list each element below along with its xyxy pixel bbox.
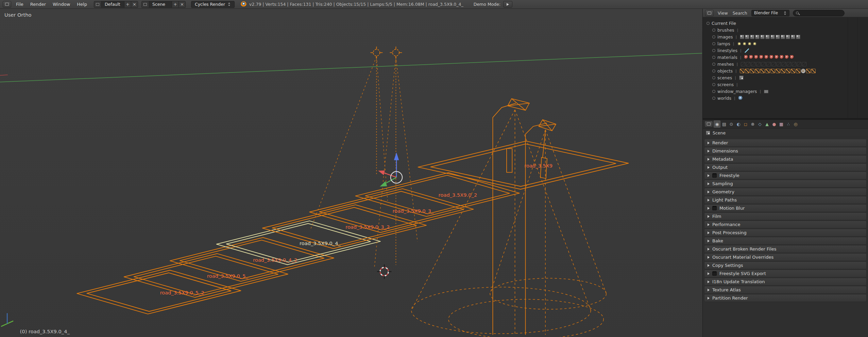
checkbox[interactable] xyxy=(712,173,717,178)
expand-triangle-icon[interactable] xyxy=(708,231,710,234)
demo-play-button[interactable] xyxy=(503,1,512,7)
outliner-menu-search[interactable]: Search xyxy=(732,11,748,16)
expander-icon[interactable] xyxy=(712,63,715,66)
expander-icon[interactable] xyxy=(712,56,715,59)
checkbox[interactable] xyxy=(712,206,717,210)
panel-freestyle[interactable]: Freestyle xyxy=(704,172,867,179)
expander-icon[interactable] xyxy=(712,76,715,79)
panel-texture-atlas[interactable]: Texture Atlas xyxy=(704,286,867,294)
add-layout-button[interactable]: + xyxy=(124,1,131,7)
expand-triangle-icon[interactable] xyxy=(708,297,710,300)
panel-post-processing[interactable]: Post Processing xyxy=(704,229,867,237)
menu-help[interactable]: Help xyxy=(73,0,90,9)
scene-selector[interactable]: Scene + × xyxy=(141,1,186,8)
expander-icon[interactable] xyxy=(712,42,715,45)
outliner-row-brushes[interactable]: brushes| xyxy=(704,27,867,33)
expand-triangle-icon[interactable] xyxy=(708,174,710,177)
expander-icon[interactable] xyxy=(712,35,715,38)
render-engine-select[interactable]: Cycles Render xyxy=(191,1,235,8)
expand-triangle-icon[interactable] xyxy=(708,223,710,226)
close-layout-button[interactable]: × xyxy=(131,1,138,7)
expand-triangle-icon[interactable] xyxy=(708,289,710,291)
checkbox[interactable] xyxy=(712,271,717,276)
close-scene-button[interactable]: × xyxy=(178,1,185,7)
expander-icon[interactable] xyxy=(712,49,715,52)
panel-light-paths[interactable]: Light Paths xyxy=(704,196,867,204)
tab-object[interactable]: ◻ xyxy=(742,121,749,128)
outliner-row-screens[interactable]: screens| xyxy=(704,81,867,88)
expander-icon[interactable] xyxy=(712,83,715,86)
panel-render[interactable]: Render xyxy=(704,139,867,147)
panel-i18n-update-translation[interactable]: I18n Update Translation xyxy=(704,278,867,286)
properties-editor-icon[interactable] xyxy=(704,121,713,127)
add-scene-button[interactable]: + xyxy=(172,1,178,7)
outliner-menu-view[interactable]: View xyxy=(717,11,729,16)
panel-dimensions[interactable]: Dimensions xyxy=(704,147,867,155)
panel-performance[interactable]: Performance xyxy=(704,221,867,228)
outliner-display-mode-select[interactable]: Blender File xyxy=(751,10,789,16)
outliner-row-objects[interactable]: objects| xyxy=(704,67,867,74)
panel-copy-settings[interactable]: Copy Settings xyxy=(704,261,867,269)
menu-file[interactable]: File xyxy=(13,0,27,9)
expand-triangle-icon[interactable] xyxy=(708,215,710,218)
tab-constraints[interactable]: ⊗ xyxy=(749,121,756,128)
expand-triangle-icon[interactable] xyxy=(708,142,710,144)
panel-geometry[interactable]: Geometry xyxy=(704,188,867,196)
panel-partition-render[interactable]: Partition Render xyxy=(704,294,867,302)
editor-type-icon[interactable] xyxy=(3,1,11,7)
panel-oscurart-broken-render-files[interactable]: Oscurart Broken Render Files xyxy=(704,245,867,253)
panel-motion-blur[interactable]: Motion Blur xyxy=(704,204,867,212)
panel-output[interactable]: Output xyxy=(704,163,867,171)
expand-triangle-icon[interactable] xyxy=(708,150,710,153)
panel-freestyle-svg-export[interactable]: Freestyle SVG Export xyxy=(704,270,867,277)
tab-material[interactable]: ● xyxy=(771,121,778,128)
tab-render[interactable]: ◉ xyxy=(714,121,720,128)
panel-bake[interactable]: Bake xyxy=(704,237,867,245)
panel-oscurart-material-overrides[interactable]: Oscurart Material Overrides xyxy=(704,253,867,261)
expander-icon[interactable] xyxy=(712,69,715,73)
expand-triangle-icon[interactable] xyxy=(708,191,710,193)
tab-particles[interactable]: ∴ xyxy=(785,121,792,128)
tab-object-data[interactable]: ▲ xyxy=(764,121,770,128)
outliner-row-scenes[interactable]: scenes| xyxy=(704,74,867,81)
expander-icon[interactable] xyxy=(712,29,715,32)
expand-triangle-icon[interactable] xyxy=(708,166,710,169)
outliner-row-lamps[interactable]: lamps| xyxy=(704,40,867,47)
3d-viewport[interactable]: road_3.5X9.0_5_2road_3.5X9.0_5_road_3.5X… xyxy=(0,9,702,337)
expand-triangle-icon[interactable] xyxy=(708,264,710,267)
outliner-row-images[interactable]: images| xyxy=(704,33,867,40)
tab-world[interactable]: ◐ xyxy=(735,121,742,128)
expand-triangle-icon[interactable] xyxy=(708,248,710,251)
expand-triangle-icon[interactable] xyxy=(708,158,710,161)
outliner-search[interactable] xyxy=(793,10,845,16)
menu-window[interactable]: Window xyxy=(49,0,73,9)
tab-modifiers[interactable]: ◇ xyxy=(756,121,763,128)
expand-triangle-icon[interactable] xyxy=(708,280,710,283)
viewport-background[interactable] xyxy=(0,9,702,337)
expand-triangle-icon[interactable] xyxy=(708,272,710,275)
outliner-row-current-file[interactable]: Current File xyxy=(704,20,867,27)
outliner-row-meshes[interactable]: meshes| xyxy=(704,61,867,67)
expand-triangle-icon[interactable] xyxy=(708,240,710,242)
outliner-row-worlds[interactable]: worlds| xyxy=(704,95,867,101)
outliner-row-window-managers[interactable]: window_managers| xyxy=(704,88,867,95)
outliner-search-input[interactable] xyxy=(800,11,841,15)
expand-triangle-icon[interactable] xyxy=(708,207,710,210)
expand-triangle-icon[interactable] xyxy=(708,256,710,259)
screen-layout-selector[interactable]: Default + × xyxy=(94,1,138,8)
panel-metadata[interactable]: Metadata xyxy=(704,155,867,163)
expander-icon[interactable] xyxy=(707,22,710,25)
outliner-editor-icon[interactable] xyxy=(705,10,714,16)
panel-film[interactable]: Film xyxy=(704,212,867,220)
panel-sampling[interactable]: Sampling xyxy=(704,180,867,188)
menu-render[interactable]: Render xyxy=(27,0,49,9)
expand-triangle-icon[interactable] xyxy=(708,199,710,202)
tab-scene[interactable]: ⊙ xyxy=(728,121,735,128)
tab-render-layers[interactable]: ▤ xyxy=(721,121,728,128)
expander-icon[interactable] xyxy=(712,97,715,100)
expander-icon[interactable] xyxy=(712,90,715,93)
tab-physics[interactable]: ◎ xyxy=(792,121,799,128)
tab-texture[interactable]: ▦ xyxy=(778,121,785,128)
expand-triangle-icon[interactable] xyxy=(708,182,710,185)
outliner-row-linestyles[interactable]: linestyles| xyxy=(704,47,867,54)
